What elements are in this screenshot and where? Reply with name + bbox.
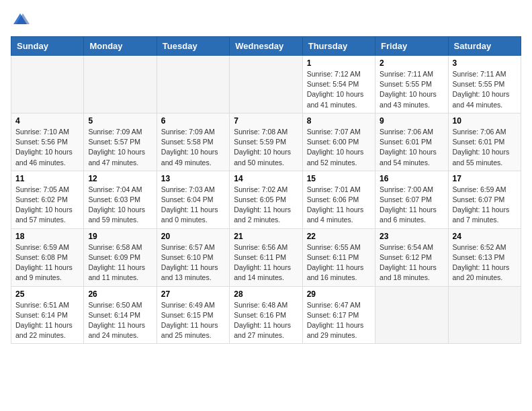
day-number: 10 (453, 116, 517, 126)
calendar-cell: 15Sunrise: 7:01 AMSunset: 6:06 PMDayligh… (302, 171, 375, 228)
day-number: 26 (88, 289, 152, 299)
calendar-cell: 24Sunrise: 6:52 AMSunset: 6:13 PMDayligh… (448, 228, 521, 286)
day-info: Sunrise: 6:47 AMSunset: 6:17 PMDaylight:… (307, 300, 371, 341)
calendar-cell: 12Sunrise: 7:04 AMSunset: 6:03 PMDayligh… (84, 171, 157, 228)
calendar-cell (157, 56, 229, 113)
calendar-cell: 7Sunrise: 7:08 AMSunset: 5:59 PMDaylight… (230, 113, 302, 171)
calendar-cell (448, 286, 521, 344)
calendar-cell: 20Sunrise: 6:57 AMSunset: 6:10 PMDayligh… (157, 228, 229, 286)
calendar-cell: 6Sunrise: 7:09 AMSunset: 5:58 PMDaylight… (157, 113, 229, 171)
day-info: Sunrise: 6:57 AMSunset: 6:10 PMDaylight:… (161, 242, 225, 283)
day-info: Sunrise: 6:51 AMSunset: 6:14 PMDaylight:… (15, 300, 79, 341)
calendar-cell: 19Sunrise: 6:58 AMSunset: 6:09 PMDayligh… (84, 228, 157, 286)
calendar-cell: 2Sunrise: 7:11 AMSunset: 5:55 PMDaylight… (375, 56, 448, 113)
day-number: 8 (307, 116, 371, 126)
calendar-cell (11, 56, 84, 113)
calendar-cell: 18Sunrise: 6:59 AMSunset: 6:08 PMDayligh… (11, 228, 84, 286)
day-number: 21 (234, 232, 298, 241)
day-number: 22 (307, 232, 371, 241)
calendar-cell: 11Sunrise: 7:05 AMSunset: 6:02 PMDayligh… (11, 171, 84, 228)
day-info: Sunrise: 6:49 AMSunset: 6:15 PMDaylight:… (161, 300, 225, 341)
day-info: Sunrise: 7:01 AMSunset: 6:06 PMDaylight:… (307, 185, 371, 226)
header (11, 11, 521, 30)
day-number: 16 (380, 174, 443, 183)
day-number: 25 (15, 289, 79, 299)
day-number: 24 (453, 232, 517, 241)
calendar-cell: 13Sunrise: 7:03 AMSunset: 6:04 PMDayligh… (157, 171, 229, 228)
day-number: 15 (307, 174, 371, 183)
calendar-cell: 5Sunrise: 7:09 AMSunset: 5:57 PMDaylight… (84, 113, 157, 171)
day-info: Sunrise: 6:50 AMSunset: 6:14 PMDaylight:… (88, 300, 152, 341)
week-row-1: 1Sunrise: 7:12 AMSunset: 5:54 PMDaylight… (11, 56, 521, 113)
day-number: 19 (88, 232, 152, 241)
calendar-cell: 9Sunrise: 7:06 AMSunset: 6:01 PMDaylight… (375, 113, 448, 171)
weekday-header-row: SundayMondayTuesdayWednesdayThursdayFrid… (11, 37, 521, 56)
calendar-cell (375, 286, 448, 344)
calendar-cell: 3Sunrise: 7:11 AMSunset: 5:55 PMDaylight… (448, 56, 521, 113)
day-info: Sunrise: 7:05 AMSunset: 6:02 PMDaylight:… (15, 185, 79, 226)
day-info: Sunrise: 7:12 AMSunset: 5:54 PMDaylight:… (307, 69, 371, 110)
day-number: 27 (161, 289, 225, 299)
week-row-4: 18Sunrise: 6:59 AMSunset: 6:08 PMDayligh… (11, 228, 521, 286)
weekday-header-monday: Monday (84, 37, 157, 56)
calendar-cell: 27Sunrise: 6:49 AMSunset: 6:15 PMDayligh… (157, 286, 229, 344)
calendar-cell: 22Sunrise: 6:55 AMSunset: 6:11 PMDayligh… (302, 228, 375, 286)
day-info: Sunrise: 7:11 AMSunset: 5:55 PMDaylight:… (453, 69, 517, 110)
calendar-cell: 21Sunrise: 6:56 AMSunset: 6:11 PMDayligh… (230, 228, 302, 286)
day-number: 17 (453, 174, 517, 183)
day-info: Sunrise: 7:07 AMSunset: 6:00 PMDaylight:… (307, 127, 371, 168)
weekday-header-wednesday: Wednesday (230, 37, 302, 56)
day-info: Sunrise: 7:04 AMSunset: 6:03 PMDaylight:… (88, 185, 152, 226)
calendar-cell: 29Sunrise: 6:47 AMSunset: 6:17 PMDayligh… (302, 286, 375, 344)
day-info: Sunrise: 6:54 AMSunset: 6:12 PMDaylight:… (380, 242, 443, 283)
day-info: Sunrise: 6:55 AMSunset: 6:11 PMDaylight:… (307, 242, 371, 283)
calendar-cell: 8Sunrise: 7:07 AMSunset: 6:00 PMDaylight… (302, 113, 375, 171)
day-info: Sunrise: 7:06 AMSunset: 6:01 PMDaylight:… (380, 127, 443, 168)
calendar-cell: 14Sunrise: 7:02 AMSunset: 6:05 PMDayligh… (230, 171, 302, 228)
day-info: Sunrise: 6:52 AMSunset: 6:13 PMDaylight:… (453, 242, 517, 283)
calendar-cell: 28Sunrise: 6:48 AMSunset: 6:16 PMDayligh… (230, 286, 302, 344)
day-info: Sunrise: 6:59 AMSunset: 6:08 PMDaylight:… (15, 242, 79, 283)
day-number: 9 (380, 116, 443, 126)
weekday-header-saturday: Saturday (448, 37, 521, 56)
logo-icon (11, 11, 30, 30)
calendar-cell: 17Sunrise: 6:59 AMSunset: 6:07 PMDayligh… (448, 171, 521, 228)
day-number: 12 (88, 174, 152, 183)
day-number: 23 (380, 232, 443, 241)
day-number: 2 (380, 58, 443, 68)
day-info: Sunrise: 6:48 AMSunset: 6:16 PMDaylight:… (234, 300, 298, 341)
day-info: Sunrise: 7:11 AMSunset: 5:55 PMDaylight:… (380, 69, 443, 110)
day-info: Sunrise: 7:06 AMSunset: 6:01 PMDaylight:… (453, 127, 517, 168)
day-number: 5 (88, 116, 152, 126)
weekday-header-sunday: Sunday (11, 37, 84, 56)
day-info: Sunrise: 7:09 AMSunset: 5:57 PMDaylight:… (88, 127, 152, 168)
day-info: Sunrise: 6:59 AMSunset: 6:07 PMDaylight:… (453, 185, 517, 226)
day-info: Sunrise: 6:58 AMSunset: 6:09 PMDaylight:… (88, 242, 152, 283)
calendar-cell: 25Sunrise: 6:51 AMSunset: 6:14 PMDayligh… (11, 286, 84, 344)
calendar-cell: 23Sunrise: 6:54 AMSunset: 6:12 PMDayligh… (375, 228, 448, 286)
day-number: 13 (161, 174, 225, 183)
weekday-header-thursday: Thursday (302, 37, 375, 56)
calendar-cell (230, 56, 302, 113)
calendar-cell (84, 56, 157, 113)
day-info: Sunrise: 6:56 AMSunset: 6:11 PMDaylight:… (234, 242, 298, 283)
day-number: 7 (234, 116, 298, 126)
day-info: Sunrise: 7:00 AMSunset: 6:07 PMDaylight:… (380, 185, 443, 226)
calendar-cell: 16Sunrise: 7:00 AMSunset: 6:07 PMDayligh… (375, 171, 448, 228)
day-info: Sunrise: 7:02 AMSunset: 6:05 PMDaylight:… (234, 185, 298, 226)
day-number: 6 (161, 116, 225, 126)
day-number: 29 (307, 289, 371, 299)
weekday-header-friday: Friday (375, 37, 448, 56)
calendar-cell: 1Sunrise: 7:12 AMSunset: 5:54 PMDaylight… (302, 56, 375, 113)
day-number: 3 (453, 58, 517, 68)
day-info: Sunrise: 7:03 AMSunset: 6:04 PMDaylight:… (161, 185, 225, 226)
calendar-cell: 4Sunrise: 7:10 AMSunset: 5:56 PMDaylight… (11, 113, 84, 171)
day-info: Sunrise: 7:08 AMSunset: 5:59 PMDaylight:… (234, 127, 298, 168)
calendar-cell: 26Sunrise: 6:50 AMSunset: 6:14 PMDayligh… (84, 286, 157, 344)
day-number: 11 (15, 174, 79, 183)
weekday-header-tuesday: Tuesday (157, 37, 229, 56)
day-number: 4 (15, 116, 79, 126)
day-number: 14 (234, 174, 298, 183)
day-number: 1 (307, 58, 371, 68)
day-number: 18 (15, 232, 79, 241)
